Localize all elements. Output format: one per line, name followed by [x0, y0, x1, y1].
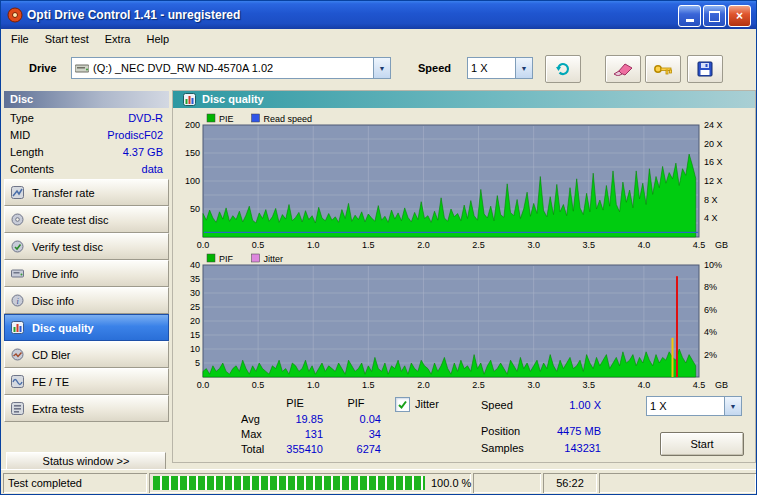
- start-button[interactable]: Start: [660, 432, 744, 456]
- menu-bar: File Start test Extra Help: [1, 29, 757, 48]
- drive-select[interactable]: (Q:) _NEC DVD_RW ND-4570A 1.02 ▼: [71, 57, 391, 79]
- svg-text:3.5: 3.5: [583, 240, 596, 250]
- drive-select-value: (Q:) _NEC DVD_RW ND-4570A 1.02: [93, 62, 273, 74]
- maximize-icon: [709, 11, 720, 22]
- disc-panel-header: Disc: [4, 91, 169, 108]
- elapsed-time: 56:22: [543, 473, 597, 493]
- progress-bar: [153, 476, 425, 490]
- svg-text:25: 25: [190, 302, 200, 312]
- svg-text:16 X: 16 X: [704, 157, 723, 167]
- disc-type-value: DVD-R: [128, 110, 163, 127]
- svg-text:0.5: 0.5: [252, 240, 265, 250]
- minimize-icon: [686, 19, 694, 22]
- jitter-checkbox[interactable]: [395, 397, 410, 412]
- page-title: Disc quality: [202, 91, 264, 108]
- disc-contents-value: data: [142, 161, 163, 178]
- sidebar-item-create-test-disc[interactable]: Create test disc: [4, 206, 169, 233]
- sidebar-item-drive-info[interactable]: Drive info: [4, 260, 169, 287]
- avg-pie-value: 19.85: [267, 413, 323, 425]
- disc-quality-icon: [11, 321, 24, 334]
- svg-text:GB: GB: [715, 240, 728, 250]
- svg-text:Read speed: Read speed: [264, 114, 313, 124]
- eraser-icon: [613, 62, 633, 76]
- cd-bler-icon: [11, 348, 24, 361]
- svg-text:1.0: 1.0: [307, 380, 320, 390]
- minimize-button[interactable]: [678, 5, 701, 27]
- key-icon: [653, 62, 673, 76]
- fe-te-icon: [11, 375, 24, 388]
- close-icon: ×: [736, 9, 743, 23]
- svg-text:150: 150: [185, 148, 200, 158]
- avg-label: Avg: [241, 413, 260, 425]
- save-icon: [697, 61, 713, 77]
- disc-length-value: 4.37 GB: [123, 144, 163, 161]
- svg-text:3.5: 3.5: [583, 380, 596, 390]
- progress-bar-fill: [153, 476, 425, 490]
- drive-info-icon: [11, 267, 24, 280]
- svg-text:4.5: 4.5: [693, 380, 706, 390]
- title-bar: Opti Drive Control 1.41 - unregistered ×: [1, 1, 756, 29]
- svg-text:2.5: 2.5: [472, 380, 485, 390]
- erase-disc-button[interactable]: [605, 55, 641, 83]
- svg-text:3.0: 3.0: [527, 240, 540, 250]
- register-button[interactable]: [645, 55, 681, 83]
- menu-help[interactable]: Help: [138, 31, 177, 47]
- sidebar-item-extra-tests[interactable]: Extra tests: [4, 395, 169, 422]
- refresh-icon: [554, 60, 572, 78]
- svg-text:GB: GB: [715, 380, 728, 390]
- test-speed-select[interactable]: 1 X ▼: [646, 396, 742, 416]
- status-window-button[interactable]: Status window >>: [6, 452, 166, 470]
- speed-stat-value: 1.00 X: [529, 399, 601, 411]
- disc-mid-value: ProdiscF02: [107, 127, 163, 144]
- svg-text:10: 10: [190, 344, 200, 354]
- svg-text:8%: 8%: [704, 282, 717, 292]
- svg-text:4 X: 4 X: [704, 213, 718, 223]
- svg-text:PIE: PIE: [219, 114, 234, 124]
- status-bar: Test completed 100.0 % 56:22: [1, 469, 756, 495]
- app-window: { "window": { "title": "Opti Drive Contr…: [0, 0, 757, 495]
- sidebar-item-cd-bler[interactable]: CD Bler: [4, 341, 169, 368]
- total-pif-value: 6274: [331, 443, 381, 455]
- svg-text:2.0: 2.0: [417, 380, 430, 390]
- svg-text:0.0: 0.0: [197, 240, 210, 250]
- menu-extra[interactable]: Extra: [97, 31, 139, 47]
- svg-text:35: 35: [190, 274, 200, 284]
- svg-text:Jitter: Jitter: [264, 254, 284, 264]
- svg-text:10%: 10%: [704, 260, 722, 270]
- save-button[interactable]: [687, 55, 723, 83]
- progress-panel: 100.0 %: [149, 473, 471, 493]
- sidebar-item-label: Drive info: [32, 268, 78, 280]
- sidebar-item-label: CD Bler: [32, 349, 71, 361]
- sidebar-item-disc-info[interactable]: i Disc info: [4, 287, 169, 314]
- total-label: Total: [241, 443, 264, 455]
- sidebar-item-label: Verify test disc: [32, 241, 103, 253]
- svg-text:4.0: 4.0: [638, 380, 651, 390]
- svg-text:4.5: 4.5: [693, 240, 706, 250]
- samples-stat-value: 143231: [529, 442, 601, 454]
- sidebar-item-disc-quality[interactable]: Disc quality: [4, 314, 169, 341]
- speed-select[interactable]: 1 X ▼: [467, 57, 533, 79]
- position-stat-label: Position: [481, 425, 520, 437]
- sidebar-item-transfer-rate[interactable]: Transfer rate: [4, 179, 169, 206]
- pie-read-speed-chart: PIERead speed2001501005024 X20 X16 X12 X…: [175, 111, 753, 253]
- menu-file[interactable]: File: [3, 31, 37, 47]
- sidebar-item-fe-te[interactable]: FE / TE: [4, 368, 169, 395]
- maximize-button[interactable]: [703, 5, 726, 27]
- svg-text:1.0: 1.0: [307, 240, 320, 250]
- sidebar-item-label: Disc info: [32, 295, 74, 307]
- svg-text:2.5: 2.5: [472, 240, 485, 250]
- refresh-button[interactable]: [545, 55, 581, 83]
- close-button[interactable]: ×: [728, 5, 751, 27]
- status-text-panel: Test completed: [3, 473, 147, 493]
- svg-text:200: 200: [185, 120, 200, 130]
- drive-combo-arrow-icon[interactable]: ▼: [373, 58, 390, 78]
- menu-start-test[interactable]: Start test: [37, 31, 97, 47]
- total-pie-value: 355410: [267, 443, 323, 455]
- speed-combo-arrow-icon[interactable]: ▼: [515, 58, 532, 78]
- test-speed-arrow-icon[interactable]: ▼: [724, 397, 741, 415]
- sidebar-item-label: FE / TE: [32, 376, 69, 388]
- disc-info-row: Type DVD-R: [4, 110, 169, 127]
- disc-quality-header: Disc quality: [173, 91, 755, 108]
- disc-info-row: MID ProdiscF02: [4, 127, 169, 144]
- sidebar-item-verify-test-disc[interactable]: Verify test disc: [4, 233, 169, 260]
